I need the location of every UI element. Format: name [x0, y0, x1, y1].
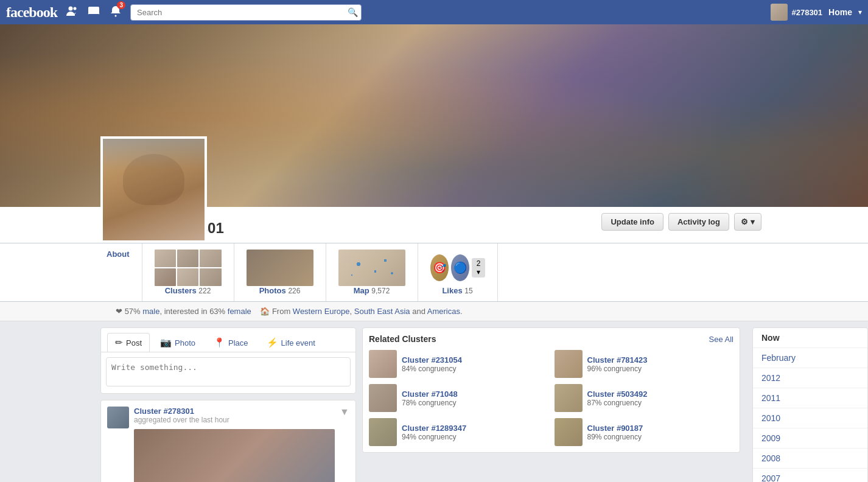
- about-link[interactable]: About: [100, 243, 142, 301]
- timeline-2012[interactable]: 2012: [753, 368, 867, 388]
- related-name-1289347: Cluster #1289347: [402, 424, 466, 433]
- user-profile-button[interactable]: #278301: [771, 4, 822, 21]
- more-actions-button[interactable]: ⚙ ▾: [734, 213, 761, 231]
- related-congruency-1289347: 94% congruency: [402, 433, 466, 441]
- tab-life-event[interactable]: ⚡ Life event: [259, 333, 323, 352]
- timeline-february[interactable]: February: [753, 348, 867, 368]
- map-count: 9,572: [371, 287, 390, 295]
- see-all-link[interactable]: See All: [709, 335, 733, 344]
- tab-post-label: Post: [126, 338, 142, 348]
- related-info-781423: Cluster #781423 96% congruency: [587, 355, 648, 373]
- photos-thumbnail: [247, 250, 313, 286]
- interest-pct: 63%: [209, 307, 225, 316]
- messages-icon[interactable]: [85, 2, 102, 23]
- tab-post[interactable]: ✏ Post: [107, 333, 150, 352]
- related-congruency-71048: 78% congruency: [402, 399, 458, 407]
- related-cluster-781423[interactable]: Cluster #781423 96% congruency: [555, 350, 734, 378]
- notification-badge: 3: [117, 1, 125, 9]
- related-avatar-781423: [555, 350, 583, 378]
- related-name-71048: Cluster #71048: [402, 389, 458, 399]
- life-event-icon: ⚡: [267, 337, 278, 348]
- gear-icon: ⚙: [741, 217, 748, 226]
- about-label: About: [107, 250, 130, 259]
- related-avatar-90187: [555, 418, 583, 446]
- location-americas[interactable]: Americas: [427, 307, 460, 316]
- related-congruency-90187: 89% congruency: [587, 433, 643, 441]
- location-western-europe[interactable]: Western Europe: [293, 307, 350, 316]
- timeline-navigation: Now February 2012 2011 2010 2009 2008 20…: [752, 327, 868, 482]
- profile-actions: Update info Activity log ⚙ ▾: [601, 213, 761, 237]
- post-icon: ✏: [115, 337, 123, 348]
- like-icon-2: 🔵: [451, 254, 469, 281]
- related-cluster-231054[interactable]: Cluster #231054 84% congruency: [369, 350, 548, 378]
- likes-count: 15: [464, 287, 472, 295]
- stats-bar: About Clusters 222 Pho: [0, 243, 868, 302]
- friends-icon[interactable]: [63, 2, 80, 23]
- related-cluster-90187[interactable]: Cluster #90187 89% congruency: [555, 418, 734, 446]
- right-nav: #278301 Home ▾: [771, 4, 862, 21]
- tab-photo[interactable]: 📷 Photo: [152, 333, 203, 352]
- timeline-2007[interactable]: 2007: [753, 469, 867, 482]
- notifications-icon[interactable]: 3: [107, 2, 124, 23]
- timeline-2011[interactable]: 2011: [753, 388, 867, 408]
- post-textarea[interactable]: [106, 357, 351, 386]
- clusters-thumbnail: [155, 250, 222, 286]
- likes-thumbnail: 🎯 🔵 2 ▾: [430, 250, 485, 286]
- clusters-label: Clusters: [165, 286, 197, 295]
- update-info-button[interactable]: Update info: [601, 213, 663, 231]
- post-item: Cluster #278301 aggregated over the last…: [100, 400, 356, 482]
- interest-link[interactable]: female: [228, 307, 251, 316]
- timeline-2008[interactable]: 2008: [753, 449, 867, 469]
- post-tabs: ✏ Post 📷 Photo 📍 Place ⚡: [101, 328, 355, 352]
- location-south-east-asia[interactable]: South East Asia: [354, 307, 410, 316]
- map-stat[interactable]: Map 9,572: [326, 243, 418, 301]
- search-icon[interactable]: 🔍: [348, 7, 358, 17]
- like-icon-1: 🎯: [430, 254, 449, 281]
- post-author-name[interactable]: Cluster #278301: [134, 407, 335, 416]
- related-clusters-title: Related Clusters: [369, 334, 436, 344]
- heart-icon: ❤: [116, 307, 125, 316]
- bio-line: ❤ 57% male, interested in 63% female 🏠 F…: [0, 302, 868, 321]
- likes-label: Likes: [442, 286, 462, 295]
- photos-stat[interactable]: Photos 226: [234, 243, 326, 301]
- post-body: Cluster #278301 aggregated over the last…: [134, 407, 335, 482]
- tab-place[interactable]: 📍 Place: [206, 333, 256, 352]
- map-thumbnail: [338, 250, 405, 286]
- home-dropdown-arrow[interactable]: ▾: [858, 8, 862, 16]
- related-info-90187: Cluster #90187 89% congruency: [587, 424, 643, 441]
- related-info-231054: Cluster #231054 84% congruency: [402, 355, 462, 373]
- svg-point-3: [115, 15, 117, 16]
- gender-link[interactable]: male: [142, 307, 159, 316]
- post-more-icon[interactable]: ▼: [340, 407, 349, 482]
- post-input-area: [101, 352, 355, 393]
- timeline-now[interactable]: Now: [753, 328, 867, 348]
- related-clusters-box: Related Clusters See All Cluster #231054…: [362, 327, 740, 453]
- clusters-count: 222: [198, 287, 211, 295]
- facebook-logo: facebook: [6, 4, 57, 21]
- timeline-2009[interactable]: 2009: [753, 428, 867, 449]
- related-info-1289347: Cluster #1289347 94% congruency: [402, 424, 466, 441]
- related-name-781423: Cluster #781423: [587, 355, 648, 365]
- top-navigation: facebook 3 🔍: [0, 0, 868, 24]
- activity-log-button[interactable]: Activity log: [668, 213, 729, 231]
- related-name-231054: Cluster #231054: [402, 355, 462, 365]
- post-timestamp: aggregated over the last hour: [134, 416, 335, 424]
- related-cluster-71048[interactable]: Cluster #71048 78% congruency: [369, 384, 548, 412]
- photos-label: Photos: [259, 286, 286, 295]
- related-avatar-1289347: [369, 418, 397, 446]
- profile-info-bar: Cluster #278301 Update info Activity log…: [0, 207, 868, 243]
- timeline-2010[interactable]: 2010: [753, 408, 867, 428]
- photos-count: 226: [288, 287, 300, 295]
- related-cluster-503492[interactable]: Cluster #503492 87% congruency: [555, 384, 734, 412]
- related-cluster-1289347[interactable]: Cluster #1289347 94% congruency: [369, 418, 548, 446]
- related-congruency-503492: 87% congruency: [587, 399, 648, 407]
- home-link[interactable]: Home: [828, 7, 852, 17]
- sidebar: Now February 2012 2011 2010 2009 2008 20…: [746, 327, 868, 482]
- location-icon: 🏠: [260, 307, 272, 316]
- search-container: 🔍: [130, 4, 362, 21]
- related-name-503492: Cluster #503492: [587, 389, 648, 399]
- search-input[interactable]: [130, 4, 362, 21]
- likes-stat[interactable]: 🎯 🔵 2 ▾ Likes 15: [418, 243, 498, 301]
- clusters-stat[interactable]: Clusters 222: [142, 243, 234, 301]
- likes-more: 2 ▾: [472, 258, 485, 278]
